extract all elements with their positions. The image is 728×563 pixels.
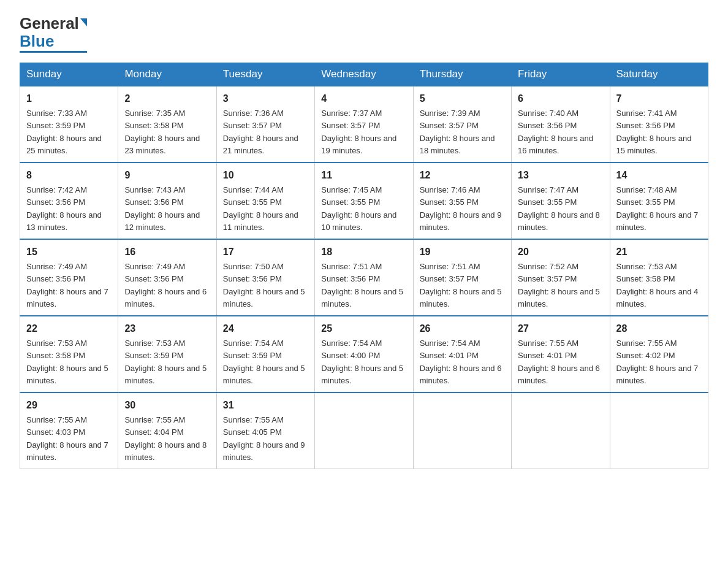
day-number: 17 [223, 245, 308, 259]
day-info: Sunrise: 7:37 AMSunset: 3:57 PMDaylight:… [321, 109, 396, 155]
day-number: 29 [26, 398, 112, 413]
day-number: 18 [321, 245, 406, 259]
day-number: 12 [420, 168, 505, 183]
calendar-week-row: 22Sunrise: 7:53 AMSunset: 3:58 PMDayligh… [20, 316, 708, 393]
day-info: Sunrise: 7:39 AMSunset: 3:57 PMDaylight:… [420, 109, 495, 155]
day-number: 3 [223, 91, 308, 106]
day-info: Sunrise: 7:51 AMSunset: 3:57 PMDaylight:… [420, 262, 502, 308]
calendar-cell: 21Sunrise: 7:53 AMSunset: 3:58 PMDayligh… [610, 239, 708, 316]
day-info: Sunrise: 7:54 AMSunset: 4:01 PMDaylight:… [420, 339, 502, 385]
day-number: 2 [124, 91, 210, 106]
calendar-cell: 18Sunrise: 7:51 AMSunset: 3:56 PMDayligh… [315, 239, 413, 316]
day-info: Sunrise: 7:47 AMSunset: 3:55 PMDaylight:… [518, 185, 600, 232]
logo-blue-text: Blue [20, 32, 54, 50]
day-number: 31 [223, 398, 308, 413]
day-number: 28 [616, 321, 702, 336]
day-number: 7 [616, 91, 702, 106]
day-number: 4 [321, 91, 406, 106]
calendar-cell: 30Sunrise: 7:55 AMSunset: 4:04 PMDayligh… [118, 393, 216, 469]
page-header: GeneralBlue [20, 15, 708, 53]
day-info: Sunrise: 7:42 AMSunset: 3:56 PMDaylight:… [26, 185, 102, 232]
calendar-cell: 4Sunrise: 7:37 AMSunset: 3:57 PMDaylight… [315, 86, 413, 163]
calendar-cell [512, 393, 610, 469]
day-number: 25 [321, 321, 406, 336]
day-info: Sunrise: 7:33 AMSunset: 3:59 PMDaylight:… [26, 109, 102, 155]
weekday-header-monday: Monday [118, 63, 216, 86]
day-number: 13 [518, 168, 603, 183]
calendar-cell: 12Sunrise: 7:46 AMSunset: 3:55 PMDayligh… [413, 163, 511, 239]
calendar-cell: 9Sunrise: 7:43 AMSunset: 3:56 PMDaylight… [118, 163, 216, 239]
calendar-cell: 23Sunrise: 7:53 AMSunset: 3:59 PMDayligh… [118, 316, 216, 393]
calendar-cell: 13Sunrise: 7:47 AMSunset: 3:55 PMDayligh… [512, 163, 610, 239]
calendar-table: SundayMondayTuesdayWednesdayThursdayFrid… [20, 63, 708, 469]
weekday-header-wednesday: Wednesday [315, 63, 413, 86]
calendar-week-row: 29Sunrise: 7:55 AMSunset: 4:03 PMDayligh… [20, 393, 708, 469]
calendar-cell: 16Sunrise: 7:49 AMSunset: 3:56 PMDayligh… [118, 239, 216, 316]
logo-line [20, 51, 87, 53]
logo: GeneralBlue [20, 15, 87, 53]
day-info: Sunrise: 7:51 AMSunset: 3:56 PMDaylight:… [321, 262, 403, 308]
day-info: Sunrise: 7:53 AMSunset: 3:58 PMDaylight:… [616, 262, 699, 308]
calendar-cell [315, 393, 413, 469]
day-info: Sunrise: 7:45 AMSunset: 3:55 PMDaylight:… [321, 185, 396, 232]
day-info: Sunrise: 7:49 AMSunset: 3:56 PMDaylight:… [26, 262, 108, 308]
calendar-cell: 14Sunrise: 7:48 AMSunset: 3:55 PMDayligh… [610, 163, 708, 239]
calendar-week-row: 1Sunrise: 7:33 AMSunset: 3:59 PMDaylight… [20, 86, 708, 163]
day-number: 1 [26, 91, 112, 106]
weekday-header-tuesday: Tuesday [216, 63, 314, 86]
day-info: Sunrise: 7:36 AMSunset: 3:57 PMDaylight:… [223, 109, 298, 155]
calendar-cell: 5Sunrise: 7:39 AMSunset: 3:57 PMDaylight… [413, 86, 511, 163]
day-number: 6 [518, 91, 603, 106]
day-info: Sunrise: 7:53 AMSunset: 3:59 PMDaylight:… [124, 339, 207, 385]
weekday-header-sunday: Sunday [20, 63, 118, 86]
calendar-cell: 15Sunrise: 7:49 AMSunset: 3:56 PMDayligh… [20, 239, 118, 316]
day-number: 11 [321, 168, 406, 183]
calendar-cell: 22Sunrise: 7:53 AMSunset: 3:58 PMDayligh… [20, 316, 118, 393]
calendar-cell: 11Sunrise: 7:45 AMSunset: 3:55 PMDayligh… [315, 163, 413, 239]
day-info: Sunrise: 7:54 AMSunset: 4:00 PMDaylight:… [321, 339, 403, 385]
day-number: 14 [616, 168, 702, 183]
logo-text: GeneralBlue [20, 15, 87, 50]
day-info: Sunrise: 7:50 AMSunset: 3:56 PMDaylight:… [223, 262, 305, 308]
calendar-cell: 7Sunrise: 7:41 AMSunset: 3:56 PMDaylight… [610, 86, 708, 163]
day-info: Sunrise: 7:43 AMSunset: 3:56 PMDaylight:… [124, 185, 200, 232]
day-info: Sunrise: 7:40 AMSunset: 3:56 PMDaylight:… [518, 109, 593, 155]
day-info: Sunrise: 7:44 AMSunset: 3:55 PMDaylight:… [223, 185, 298, 232]
calendar-cell [610, 393, 708, 469]
day-number: 8 [26, 168, 112, 183]
day-number: 22 [26, 321, 112, 336]
logo-triangle-icon [80, 18, 87, 26]
day-info: Sunrise: 7:55 AMSunset: 4:04 PMDaylight:… [124, 415, 207, 462]
weekday-header-friday: Friday [512, 63, 610, 86]
day-info: Sunrise: 7:52 AMSunset: 3:57 PMDaylight:… [518, 262, 600, 308]
weekday-header-thursday: Thursday [413, 63, 511, 86]
calendar-cell: 24Sunrise: 7:54 AMSunset: 3:59 PMDayligh… [216, 316, 314, 393]
calendar-cell: 20Sunrise: 7:52 AMSunset: 3:57 PMDayligh… [512, 239, 610, 316]
day-info: Sunrise: 7:55 AMSunset: 4:03 PMDaylight:… [26, 415, 108, 462]
calendar-cell: 10Sunrise: 7:44 AMSunset: 3:55 PMDayligh… [216, 163, 314, 239]
day-info: Sunrise: 7:55 AMSunset: 4:02 PMDaylight:… [616, 339, 699, 385]
day-info: Sunrise: 7:48 AMSunset: 3:55 PMDaylight:… [616, 185, 699, 232]
day-number: 15 [26, 245, 112, 259]
calendar-cell: 27Sunrise: 7:55 AMSunset: 4:01 PMDayligh… [512, 316, 610, 393]
calendar-cell: 19Sunrise: 7:51 AMSunset: 3:57 PMDayligh… [413, 239, 511, 316]
day-number: 26 [420, 321, 505, 336]
calendar-week-row: 15Sunrise: 7:49 AMSunset: 3:56 PMDayligh… [20, 239, 708, 316]
day-number: 20 [518, 245, 603, 259]
day-number: 16 [124, 245, 210, 259]
day-info: Sunrise: 7:41 AMSunset: 3:56 PMDaylight:… [616, 109, 692, 155]
calendar-cell: 17Sunrise: 7:50 AMSunset: 3:56 PMDayligh… [216, 239, 314, 316]
calendar-cell [413, 393, 511, 469]
day-number: 9 [124, 168, 210, 183]
weekday-header-row: SundayMondayTuesdayWednesdayThursdayFrid… [20, 63, 708, 86]
day-number: 5 [420, 91, 505, 106]
day-info: Sunrise: 7:54 AMSunset: 3:59 PMDaylight:… [223, 339, 305, 385]
day-number: 30 [124, 398, 210, 413]
day-info: Sunrise: 7:53 AMSunset: 3:58 PMDaylight:… [26, 339, 108, 385]
calendar-cell: 3Sunrise: 7:36 AMSunset: 3:57 PMDaylight… [216, 86, 314, 163]
day-info: Sunrise: 7:46 AMSunset: 3:55 PMDaylight:… [420, 185, 502, 232]
day-info: Sunrise: 7:55 AMSunset: 4:05 PMDaylight:… [223, 415, 305, 462]
day-number: 23 [124, 321, 210, 336]
calendar-cell: 8Sunrise: 7:42 AMSunset: 3:56 PMDaylight… [20, 163, 118, 239]
calendar-cell: 31Sunrise: 7:55 AMSunset: 4:05 PMDayligh… [216, 393, 314, 469]
